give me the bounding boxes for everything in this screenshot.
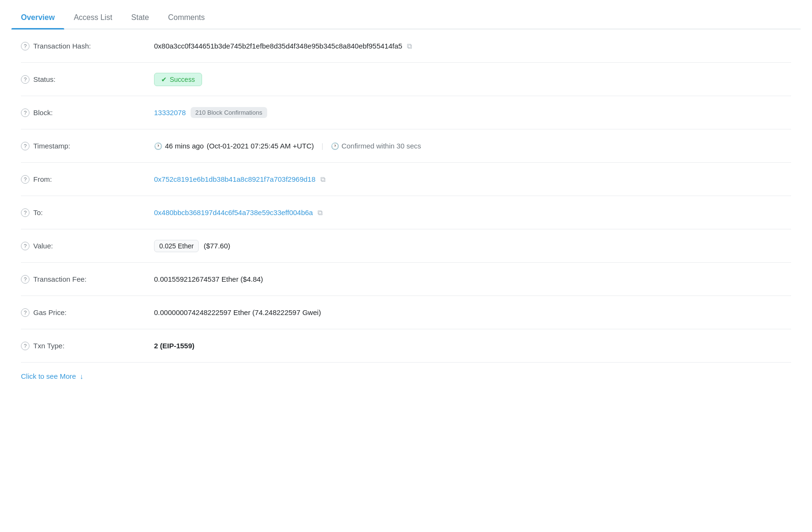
help-icon-to[interactable]: ? bbox=[21, 208, 29, 217]
label-to: ? To: bbox=[21, 208, 154, 217]
pipe-divider: | bbox=[321, 142, 323, 150]
arrow-down-icon: ↓ bbox=[80, 372, 84, 380]
value-status: ✔ Success bbox=[154, 73, 791, 86]
value-value: 0.025 Ether ($77.60) bbox=[154, 240, 791, 252]
tab-bar: Overview Access List State Comments bbox=[11, 0, 801, 30]
confirmed-text: 🕐 Confirmed within 30 secs bbox=[331, 142, 421, 150]
value-block: 13332078 210 Block Confirmations bbox=[154, 107, 791, 118]
row-gas-price: ? Gas Price: 0.000000074248222597 Ether … bbox=[21, 296, 791, 329]
value-txn-type: 2 (EIP-1559) bbox=[154, 342, 791, 350]
help-icon-fee[interactable]: ? bbox=[21, 275, 29, 284]
help-icon-value[interactable]: ? bbox=[21, 242, 29, 250]
value-timestamp: 🕐 46 mins ago (Oct-01-2021 07:25:45 AM +… bbox=[154, 142, 791, 150]
label-gas-price: ? Gas Price: bbox=[21, 308, 154, 317]
label-txn-type: ? Txn Type: bbox=[21, 342, 154, 350]
usd-value: ($77.60) bbox=[203, 242, 230, 250]
clock-icon: 🕐 bbox=[154, 142, 162, 150]
block-number-link[interactable]: 13332078 bbox=[154, 108, 186, 117]
to-address-link[interactable]: 0x480bbcb368197d44c6f54a738e59c33eff004b… bbox=[154, 208, 313, 217]
value-to: 0x480bbcb368197d44c6f54a738e59c33eff004b… bbox=[154, 208, 791, 217]
status-badge: ✔ Success bbox=[154, 73, 202, 86]
label-transaction-fee: ? Transaction Fee: bbox=[21, 275, 154, 284]
help-icon-timestamp[interactable]: ? bbox=[21, 142, 29, 150]
row-status: ? Status: ✔ Success bbox=[21, 63, 791, 96]
tab-overview[interactable]: Overview bbox=[11, 8, 64, 29]
tx-hash-value: 0x80a3cc0f344651b3de745b2f1efbe8d35d4f34… bbox=[154, 42, 402, 50]
value-gas-price: 0.000000074248222597 Ether (74.248222597… bbox=[154, 308, 791, 316]
row-value: ? Value: 0.025 Ether ($77.60) bbox=[21, 229, 791, 263]
row-timestamp: ? Timestamp: 🕐 46 mins ago (Oct-01-2021 … bbox=[21, 129, 791, 163]
row-to: ? To: 0x480bbcb368197d44c6f54a738e59c33e… bbox=[21, 196, 791, 229]
timestamp-text: 🕐 46 mins ago (Oct-01-2021 07:25:45 AM +… bbox=[154, 142, 314, 150]
copy-to-icon[interactable]: ⧉ bbox=[318, 208, 323, 217]
check-icon: ✔ bbox=[161, 76, 167, 83]
ether-amount-badge: 0.025 Ether bbox=[154, 240, 199, 252]
help-icon-tx-hash[interactable]: ? bbox=[21, 42, 29, 50]
help-icon-block[interactable]: ? bbox=[21, 108, 29, 117]
help-icon-gas[interactable]: ? bbox=[21, 308, 29, 317]
value-from: 0x752c8191e6b1db38b41a8c8921f7a703f2969d… bbox=[154, 175, 791, 184]
label-value: ? Value: bbox=[21, 242, 154, 250]
label-block: ? Block: bbox=[21, 108, 154, 117]
label-transaction-hash: ? Transaction Hash: bbox=[21, 42, 154, 50]
label-status: ? Status: bbox=[21, 75, 154, 84]
row-block: ? Block: 13332078 210 Block Confirmation… bbox=[21, 96, 791, 129]
label-from: ? From: bbox=[21, 175, 154, 184]
row-from: ? From: 0x752c8191e6b1db38b41a8c8921f7a7… bbox=[21, 163, 791, 196]
txn-type-value: 2 (EIP-1559) bbox=[154, 342, 194, 350]
info-clock-icon: 🕐 bbox=[331, 142, 339, 150]
row-transaction-hash: ? Transaction Hash: 0x80a3cc0f344651b3de… bbox=[21, 30, 791, 63]
copy-from-icon[interactable]: ⧉ bbox=[320, 175, 326, 184]
row-txn-type: ? Txn Type: 2 (EIP-1559) bbox=[21, 329, 791, 363]
overview-content: ? Transaction Hash: 0x80a3cc0f344651b3de… bbox=[11, 30, 801, 388]
copy-tx-hash-icon[interactable]: ⧉ bbox=[407, 42, 412, 50]
from-address-link[interactable]: 0x752c8191e6b1db38b41a8c8921f7a703f2969d… bbox=[154, 175, 316, 183]
click-more-link[interactable]: Click to see More ↓ bbox=[21, 363, 791, 388]
help-icon-from[interactable]: ? bbox=[21, 175, 29, 184]
value-transaction-fee: 0.001559212674537 Ether ($4.84) bbox=[154, 275, 791, 283]
help-icon-txn-type[interactable]: ? bbox=[21, 342, 29, 350]
help-icon-status[interactable]: ? bbox=[21, 75, 29, 84]
value-transaction-hash: 0x80a3cc0f344651b3de745b2f1efbe8d35d4f34… bbox=[154, 42, 791, 50]
tab-access-list[interactable]: Access List bbox=[64, 8, 122, 29]
row-transaction-fee: ? Transaction Fee: 0.001559212674537 Eth… bbox=[21, 263, 791, 296]
confirmations-badge: 210 Block Confirmations bbox=[191, 107, 267, 118]
label-timestamp: ? Timestamp: bbox=[21, 142, 154, 150]
tab-state[interactable]: State bbox=[122, 8, 158, 29]
tab-comments[interactable]: Comments bbox=[158, 8, 214, 29]
